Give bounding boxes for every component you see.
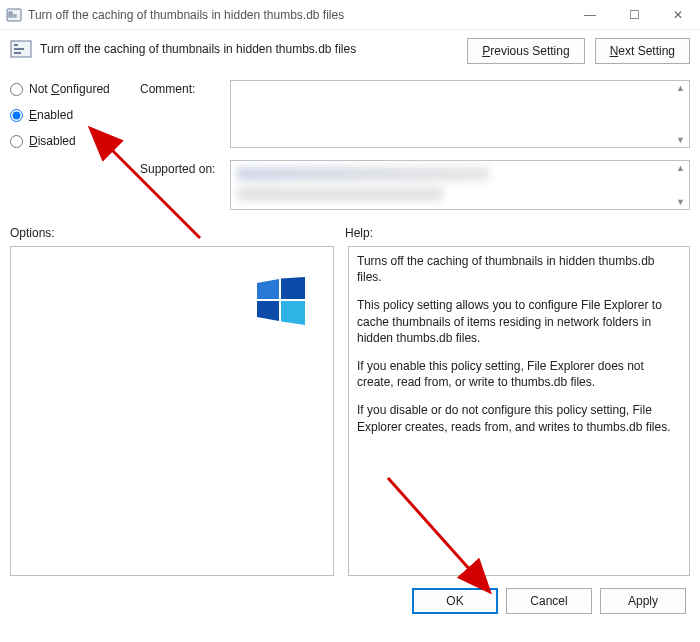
ok-button[interactable]: OK bbox=[412, 588, 498, 614]
radio-not-configured-input[interactable] bbox=[10, 83, 23, 96]
help-label: Help: bbox=[345, 226, 373, 240]
supported-label: Supported on: bbox=[140, 160, 224, 176]
radio-disabled[interactable]: Disabled bbox=[10, 134, 140, 148]
state-radiogroup: Not Configured Enabled Disabled bbox=[10, 80, 140, 210]
options-pane bbox=[10, 246, 334, 576]
svg-rect-1 bbox=[9, 12, 12, 14]
policy-title: Turn off the caching of thumbnails in hi… bbox=[40, 42, 356, 56]
svg-rect-5 bbox=[14, 48, 24, 50]
config-row: Not Configured Enabled Disabled Comment:… bbox=[10, 80, 690, 210]
svg-marker-8 bbox=[281, 277, 305, 299]
header-row: Turn off the caching of thumbnails in hi… bbox=[10, 38, 690, 64]
radio-disabled-input[interactable] bbox=[10, 135, 23, 148]
maximize-button[interactable]: ☐ bbox=[612, 0, 656, 30]
comment-label: Comment: bbox=[140, 80, 224, 96]
policy-icon bbox=[6, 7, 22, 23]
radio-enabled[interactable]: Enabled bbox=[10, 108, 140, 122]
windows-logo-icon bbox=[257, 277, 305, 325]
panes: Turns off the caching of thumbnails in h… bbox=[10, 246, 690, 576]
next-setting-button[interactable]: Next Setting bbox=[595, 38, 690, 64]
policy-icon bbox=[10, 38, 32, 60]
window-title: Turn off the caching of thumbnails in hi… bbox=[28, 8, 344, 22]
comment-textarea[interactable]: ▲ ▼ bbox=[230, 80, 690, 148]
help-paragraph: This policy setting allows you to config… bbox=[357, 297, 681, 346]
svg-rect-2 bbox=[9, 15, 16, 17]
options-label: Options: bbox=[10, 226, 345, 240]
supported-on-text bbox=[237, 187, 443, 201]
supported-on-box: ▲ ▼ bbox=[230, 160, 690, 210]
supported-on-text bbox=[237, 167, 489, 181]
close-button[interactable]: ✕ bbox=[656, 0, 700, 30]
scroll-down-icon[interactable]: ▼ bbox=[676, 197, 685, 207]
radio-not-configured[interactable]: Not Configured bbox=[10, 82, 140, 96]
radio-enabled-input[interactable] bbox=[10, 109, 23, 122]
svg-marker-7 bbox=[257, 279, 279, 299]
scroll-down-icon[interactable]: ▼ bbox=[676, 135, 685, 145]
titlebar: Turn off the caching of thumbnails in hi… bbox=[0, 0, 700, 30]
minimize-button[interactable]: — bbox=[568, 0, 612, 30]
help-pane: Turns off the caching of thumbnails in h… bbox=[348, 246, 690, 576]
scroll-up-icon[interactable]: ▲ bbox=[676, 83, 685, 93]
dialog-content: Turn off the caching of thumbnails in hi… bbox=[0, 30, 700, 622]
help-paragraph: Turns off the caching of thumbnails in h… bbox=[357, 253, 681, 285]
pane-labels: Options: Help: bbox=[10, 226, 690, 240]
apply-button[interactable]: Apply bbox=[600, 588, 686, 614]
svg-marker-10 bbox=[281, 301, 305, 325]
help-paragraph: If you disable or do not configure this … bbox=[357, 402, 681, 434]
window-controls: — ☐ ✕ bbox=[568, 0, 700, 30]
help-paragraph: If you enable this policy setting, File … bbox=[357, 358, 681, 390]
dialog-footer: OK Cancel Apply bbox=[10, 588, 690, 614]
svg-rect-6 bbox=[14, 52, 21, 54]
cancel-button[interactable]: Cancel bbox=[506, 588, 592, 614]
svg-rect-4 bbox=[14, 44, 18, 46]
scroll-up-icon[interactable]: ▲ bbox=[676, 163, 685, 173]
previous-setting-button[interactable]: Previous Setting bbox=[467, 38, 584, 64]
supported-scrollbar[interactable]: ▲ ▼ bbox=[672, 161, 689, 209]
svg-marker-9 bbox=[257, 301, 279, 321]
comment-scrollbar[interactable]: ▲ ▼ bbox=[672, 81, 689, 147]
